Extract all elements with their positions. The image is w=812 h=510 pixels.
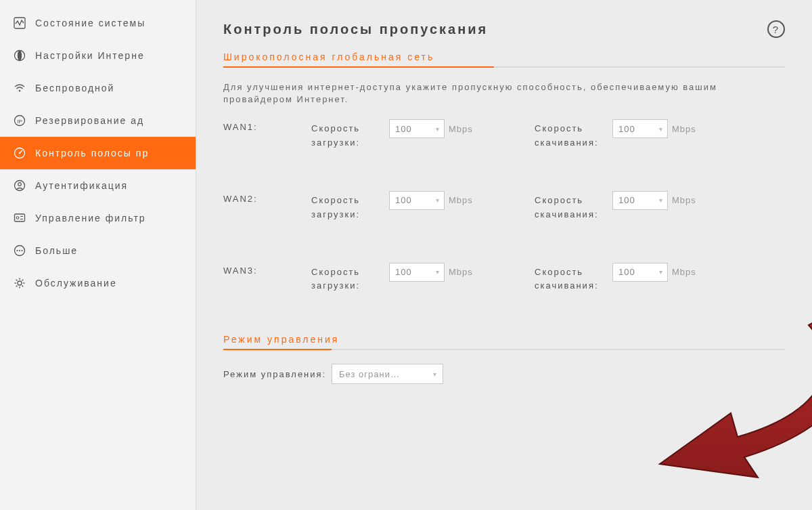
input-value: 100 [395, 195, 412, 205]
svg-point-17 [19, 250, 20, 251]
sidebar-item-label: Обслуживание [35, 278, 117, 289]
unit-label: Mbps [672, 124, 696, 134]
svg-line-26 [22, 280, 24, 281]
section-wan-description: Для улучшения интернет-доступа укажите п… [223, 81, 785, 106]
unit-label: Mbps [672, 195, 696, 205]
svg-point-3 [19, 90, 21, 92]
svg-text:IP: IP [17, 119, 22, 125]
unit-label: Mbps [449, 267, 473, 277]
sidebar-item-bandwidth[interactable]: Контроль полосы пр [0, 137, 196, 169]
input-value: 100 [395, 124, 412, 134]
wan3-download-input[interactable]: 100 ▾ [612, 263, 668, 282]
chevron-down-icon: ▾ [433, 370, 437, 378]
wan-name: WAN2: [223, 191, 311, 204]
wan2-upload-input[interactable]: 100 ▾ [389, 191, 445, 210]
unit-label: Mbps [672, 267, 696, 277]
input-value: 100 [618, 267, 635, 277]
svg-point-2 [18, 51, 22, 61]
download-label: Скорость скачивания: [535, 119, 606, 150]
wan-name: WAN3: [223, 263, 311, 276]
chevron-down-icon: ▾ [436, 268, 440, 276]
unit-label: Mbps [449, 124, 473, 134]
chevron-down-icon: ▾ [436, 125, 440, 133]
wan1-download-input[interactable]: 100 ▾ [612, 119, 668, 138]
sidebar-item-wireless[interactable]: Беспроводной [0, 72, 196, 104]
sidebar-item-label: Беспроводной [35, 83, 114, 93]
sidebar-item-label: Резервирование ад [35, 115, 144, 126]
more-icon [14, 245, 26, 257]
svg-point-8 [19, 152, 20, 154]
sidebar-item-label: Аутентификация [35, 180, 128, 191]
help-icon: ? [773, 24, 780, 35]
sidebar-item-maintenance[interactable]: Обслуживание [0, 267, 196, 299]
main-content: Контроль полосы пропускания ? Широкополо… [196, 0, 812, 510]
svg-point-12 [16, 217, 19, 219]
upload-label: Скорость загрузки: [311, 119, 382, 150]
sidebar-item-ip-reserve[interactable]: IP Резервирование ад [0, 104, 196, 137]
svg-point-10 [18, 183, 22, 186]
filter-icon [14, 212, 26, 224]
download-label: Скорость скачивания: [535, 263, 606, 294]
chevron-down-icon: ▾ [659, 268, 663, 276]
svg-line-27 [16, 286, 18, 287]
status-icon [14, 17, 26, 29]
gear-icon [14, 277, 26, 289]
svg-point-19 [18, 281, 22, 285]
section-mode-title: Режим управления [223, 334, 785, 349]
sidebar-item-label: Состояние системы [35, 18, 145, 28]
sidebar-item-more[interactable]: Больше [0, 234, 196, 267]
sidebar-item-filter[interactable]: Управление фильтр [0, 202, 196, 234]
chevron-down-icon: ▾ [436, 196, 440, 204]
wan-row: WAN3: Скорость загрузки: 100 ▾ Mbps Скор… [223, 263, 785, 294]
wan3-upload-input[interactable]: 100 ▾ [389, 263, 445, 282]
globe-icon [14, 49, 26, 62]
svg-point-16 [16, 250, 18, 251]
page-title: Контроль полосы пропускания [223, 22, 488, 37]
sidebar-item-label: Контроль полосы пр [35, 148, 149, 158]
wan2-download-input[interactable]: 100 ▾ [612, 191, 668, 210]
download-label: Скорость скачивания: [535, 191, 606, 222]
svg-point-18 [21, 250, 22, 251]
upload-label: Скорость загрузки: [311, 263, 382, 294]
section-wan-title: Широкополосная глобальная сеть [223, 51, 785, 66]
wifi-icon [14, 82, 26, 94]
sidebar-item-label: Больше [35, 245, 78, 256]
sidebar-item-auth[interactable]: Аутентификация [0, 169, 196, 202]
chevron-down-icon: ▾ [659, 196, 663, 204]
sidebar: Состояние системы Настройки Интерне Бесп… [0, 0, 196, 510]
input-value: 100 [395, 267, 412, 277]
wan-row: WAN2: Скорость загрузки: 100 ▾ Mbps Скор… [223, 191, 785, 222]
divider [223, 66, 785, 68]
unit-label: Mbps [449, 195, 473, 205]
svg-line-24 [16, 280, 18, 281]
input-value: 100 [618, 195, 635, 205]
annotation-arrow-icon [629, 305, 812, 488]
sidebar-item-label: Управление фильтр [35, 213, 146, 224]
wan-row: WAN1: Скорость загрузки: 100 ▾ Mbps Скор… [223, 119, 785, 150]
sidebar-item-label: Настройки Интерне [35, 50, 145, 61]
gauge-icon [14, 147, 26, 159]
input-value: 100 [618, 124, 635, 134]
sidebar-item-internet[interactable]: Настройки Интерне [0, 39, 196, 72]
wan-name: WAN1: [223, 119, 311, 132]
help-button[interactable]: ? [767, 20, 785, 38]
mode-select[interactable]: Без ограни… ▾ [332, 364, 443, 384]
mode-label: Режим управления: [223, 364, 332, 382]
user-icon [14, 179, 26, 192]
chevron-down-icon: ▾ [659, 125, 663, 133]
mode-value: Без ограни… [339, 369, 400, 379]
mode-row: Режим управления: Без ограни… ▾ [223, 364, 785, 384]
ip-icon: IP [14, 114, 26, 127]
sidebar-item-status[interactable]: Состояние системы [0, 7, 196, 39]
wan1-upload-input[interactable]: 100 ▾ [389, 119, 445, 138]
divider [223, 349, 785, 350]
svg-line-25 [22, 286, 24, 287]
upload-label: Скорость загрузки: [311, 191, 382, 222]
